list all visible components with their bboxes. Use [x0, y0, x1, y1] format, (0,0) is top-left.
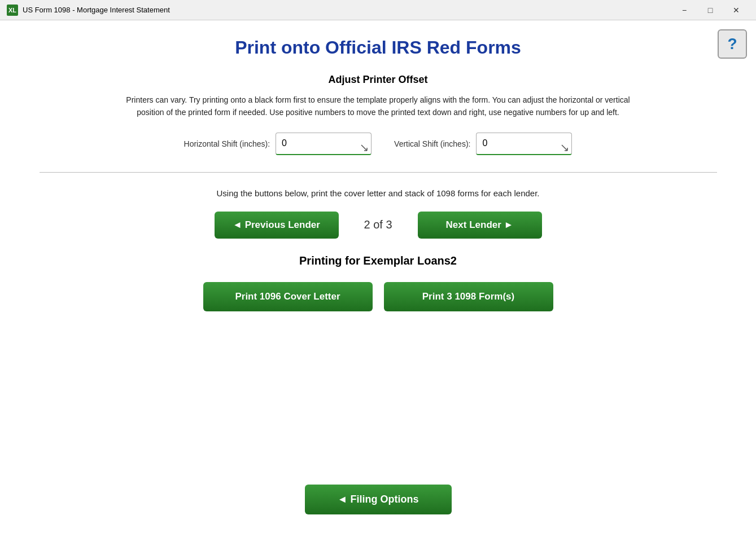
vertical-shift-arrow-icon	[561, 144, 569, 152]
horizontal-shift-arrow-icon	[360, 144, 368, 152]
title-bar-controls: − □ ✕	[671, 2, 749, 18]
footer-area: ◄ Filing Options	[23, 485, 733, 526]
horizontal-shift-label: Horizontal Shift (inches):	[184, 139, 270, 148]
print-buttons-row: Print 1096 Cover Letter Print 3 1098 For…	[203, 282, 553, 311]
horizontal-shift-group: Horizontal Shift (inches):	[184, 133, 372, 155]
page-title: Print onto Official IRS Red Forms	[235, 37, 521, 58]
close-button[interactable]: ✕	[723, 2, 749, 18]
main-content: ? Print onto Official IRS Red Forms Adju…	[0, 20, 756, 537]
navigation-row: ◄ Previous Lender 2 of 3 Next Lender ►	[215, 212, 542, 239]
horizontal-shift-input[interactable]	[276, 133, 372, 155]
horizontal-shift-input-wrap	[276, 133, 372, 155]
title-bar: XL US Form 1098 - Mortgage Interest Stat…	[0, 0, 756, 20]
app-icon: XL	[7, 5, 18, 16]
window-title: US Form 1098 - Mortgage Interest Stateme…	[23, 6, 170, 14]
vertical-shift-group: Vertical Shift (inches):	[394, 133, 572, 155]
vertical-shift-label: Vertical Shift (inches):	[394, 139, 470, 148]
lender-counter: 2 of 3	[356, 218, 401, 231]
previous-lender-button[interactable]: ◄ Previous Lender	[215, 212, 339, 239]
print-cover-letter-button[interactable]: Print 1096 Cover Letter	[203, 282, 373, 311]
minimize-button[interactable]: −	[671, 2, 697, 18]
filing-options-button[interactable]: ◄ Filing Options	[305, 485, 452, 514]
adjust-description: Printers can vary. Try printing onto a b…	[124, 94, 632, 119]
next-lender-button[interactable]: Next Lender ►	[418, 212, 542, 239]
section-heading: Adjust Printer Offset	[328, 74, 427, 86]
vertical-shift-input-wrap	[476, 133, 572, 155]
maximize-button[interactable]: □	[697, 2, 723, 18]
help-button[interactable]: ?	[718, 29, 747, 59]
lender-name: Printing for Exemplar Loans2	[299, 254, 457, 267]
app-icon-text: XL	[8, 7, 16, 14]
section-divider	[40, 172, 717, 173]
shift-row: Horizontal Shift (inches): Vertical Shif…	[184, 133, 573, 155]
title-bar-left: XL US Form 1098 - Mortgage Interest Stat…	[7, 5, 170, 16]
instruction-text: Using the buttons below, print the cover…	[217, 188, 540, 198]
question-mark-icon: ?	[727, 35, 737, 53]
print-forms-button[interactable]: Print 3 1098 Form(s)	[384, 282, 553, 311]
vertical-shift-input[interactable]	[476, 133, 572, 155]
